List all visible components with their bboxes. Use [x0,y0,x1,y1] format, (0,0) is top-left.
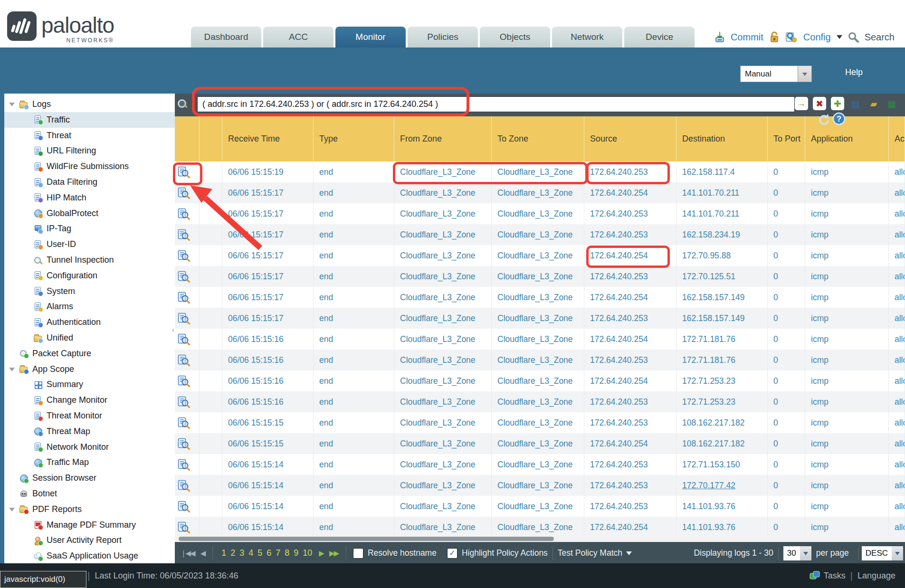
horizontal-scrollbar-thumb[interactable] [179,537,554,541]
column-header-action[interactable]: Action [889,116,905,161]
log-detail-icon[interactable] [178,229,191,241]
log-detail-icon[interactable] [178,333,191,345]
table-row[interactable]: 06/06 15:15:14endCloudflare_L3_ZoneCloud… [175,517,905,536]
detail-icon-cell[interactable] [175,161,200,182]
cell-destination[interactable]: 172.71.253.23 [676,391,768,412]
sidebar-item-pdf-reports[interactable]: PDF Reports [4,502,175,517]
detail-icon-cell[interactable] [175,287,200,308]
help-label[interactable]: Help [845,67,863,77]
detail-icon-cell[interactable] [175,391,200,412]
cell-to-zone[interactable]: Cloudflare_L3_Zone [492,517,584,536]
cell-source[interactable]: 172.64.240.254 [584,433,676,454]
table-row[interactable]: 06/06 15:15:16endCloudflare_L3_ZoneCloud… [175,350,905,370]
sidebar-item-change-monitor[interactable]: Change Monitor [4,392,175,408]
apply-filter-button[interactable]: → [795,97,808,110]
detail-icon-cell[interactable] [175,224,200,245]
cell-destination[interactable]: 108.162.217.182 [676,412,768,433]
sidebar-item-summary[interactable]: Summary [4,377,175,392]
sidebar-item-user-activity-report[interactable]: User Activity Report [4,532,175,548]
cell-to-zone[interactable]: Cloudflare_L3_Zone [492,203,584,224]
sidebar-item-manage-pdf-summary[interactable]: Manage PDF Summary [4,517,175,533]
table-row[interactable]: 06/06 15:15:15endCloudflare_L3_ZoneCloud… [175,412,905,433]
page-number-4[interactable]: 4 [248,548,253,558]
detail-icon-cell[interactable] [175,203,200,224]
cell-destination[interactable]: 108.162.217.182 [676,433,768,454]
cell-from-zone[interactable]: Cloudflare_L3_Zone [394,454,492,475]
sidebar-item-packet-capture[interactable]: Packet Capture [4,346,175,361]
expand-triangle-icon[interactable] [9,103,15,109]
cell-destination[interactable]: 172.71.153.150 [676,454,768,475]
cell-destination[interactable]: 141.101.70.211 [676,203,768,224]
cell-to-zone[interactable]: Cloudflare_L3_Zone [492,412,584,433]
table-row[interactable]: 06/06 15:15:14endCloudflare_L3_ZoneCloud… [175,454,905,475]
detail-icon-cell[interactable] [175,517,200,536]
detail-icon-cell[interactable] [175,308,200,329]
cell-from-zone[interactable]: Cloudflare_L3_Zone [394,287,492,308]
cell-source[interactable]: 172.64.240.253 [584,203,676,224]
tasks-button[interactable]: Tasks [824,571,846,581]
sidebar-item-session-browser[interactable]: Session Browser [4,470,175,486]
table-row[interactable]: 06/06 15:15:17endCloudflare_L3_ZoneCloud… [175,182,905,203]
page-number-1[interactable]: 1 [221,548,226,558]
sidebar-item-user-id[interactable]: User-ID [4,237,175,252]
expand-triangle-icon[interactable] [9,368,15,374]
cell-destination[interactable]: 162.158.157.149 [676,287,768,308]
page-number-7[interactable]: 7 [276,548,280,558]
cell-to-zone[interactable]: Cloudflare_L3_Zone [492,182,584,203]
tab-device[interactable]: Device [624,27,695,47]
cell-source[interactable]: 172.64.240.253 [584,266,676,287]
table-row[interactable]: 06/06 15:15:14endCloudflare_L3_ZoneCloud… [175,475,905,496]
cell-destination[interactable]: 141.101.93.76 [676,517,768,536]
cell-from-zone[interactable]: Cloudflare_L3_Zone [394,370,492,391]
per-page-select[interactable]: 30 [783,546,800,560]
sidebar-collapse-handle[interactable]: ‹ [172,323,176,337]
sort-order-select-arrow[interactable] [892,546,903,560]
cell-from-zone[interactable]: Cloudflare_L3_Zone [394,161,492,182]
log-detail-icon[interactable] [178,480,191,492]
page-number-8[interactable]: 8 [285,548,289,558]
cell-from-zone[interactable]: Cloudflare_L3_Zone [394,475,492,496]
cell-source[interactable]: 172.64.240.253 [584,224,676,245]
log-detail-icon[interactable] [178,208,191,220]
sidebar-item-threat[interactable]: Threat [4,128,175,143]
sidebar-item-hip-match[interactable]: HIP Match [4,190,175,206]
test-policy-match-button[interactable]: Test Policy Match [558,548,622,558]
log-detail-icon[interactable] [178,375,191,387]
table-row[interactable]: 06/06 15:15:17endCloudflare_L3_ZoneCloud… [175,224,905,245]
detail-icon-cell[interactable] [175,496,200,517]
config-button[interactable]: Config [803,32,831,43]
table-row[interactable]: 06/06 15:15:16endCloudflare_L3_ZoneCloud… [175,370,905,391]
column-header-to-zone[interactable]: To Zone [492,116,584,161]
detail-icon-cell[interactable] [175,454,200,475]
sort-order-select[interactable]: DESC [862,546,892,560]
load-filter-button[interactable]: ▰ [867,97,880,110]
log-detail-icon[interactable] [178,292,191,303]
detail-icon-cell[interactable] [175,412,200,433]
cell-destination[interactable]: 172.70.125.51 [676,266,768,287]
table-row[interactable]: 06/06 15:15:15endCloudflare_L3_ZoneCloud… [175,433,905,454]
cell-to-zone[interactable]: Cloudflare_L3_Zone [492,391,584,412]
cell-destination[interactable]: 172.71.181.76 [676,350,768,370]
cell-from-zone[interactable]: Cloudflare_L3_Zone [394,350,492,370]
cell-source[interactable]: 172.64.240.253 [584,412,676,433]
sidebar-item-url-filtering[interactable]: URL Filtering [4,143,175,159]
sidebar-item-ip-tag[interactable]: IP-Tag [4,221,175,237]
cell-source[interactable]: 172.64.240.253 [584,454,676,475]
cell-destination[interactable]: 141.101.70.211 [676,182,768,203]
log-detail-icon[interactable] [178,438,191,450]
language-button[interactable]: Language [857,571,895,581]
detail-icon-cell[interactable] [175,182,200,203]
cell-from-zone[interactable]: Cloudflare_L3_Zone [394,496,492,517]
cell-from-zone[interactable]: Cloudflare_L3_Zone [394,433,492,454]
cell-from-zone[interactable]: Cloudflare_L3_Zone [394,224,492,245]
table-row[interactable]: 06/06 15:15:17endCloudflare_L3_ZoneCloud… [175,245,905,266]
page-number-9[interactable]: 9 [294,548,298,558]
log-detail-icon[interactable] [178,396,191,408]
sidebar-item-threat-monitor[interactable]: Threat Monitor [4,408,175,424]
next-page-button[interactable]: ▶ [319,549,324,558]
tab-network[interactable]: Network [552,27,622,47]
cell-from-zone[interactable]: Cloudflare_L3_Zone [394,266,492,287]
commit-mode-select-arrow[interactable] [798,66,812,82]
log-detail-icon[interactable] [178,354,191,366]
cell-destination[interactable]: 172.70.95.88 [676,245,768,266]
